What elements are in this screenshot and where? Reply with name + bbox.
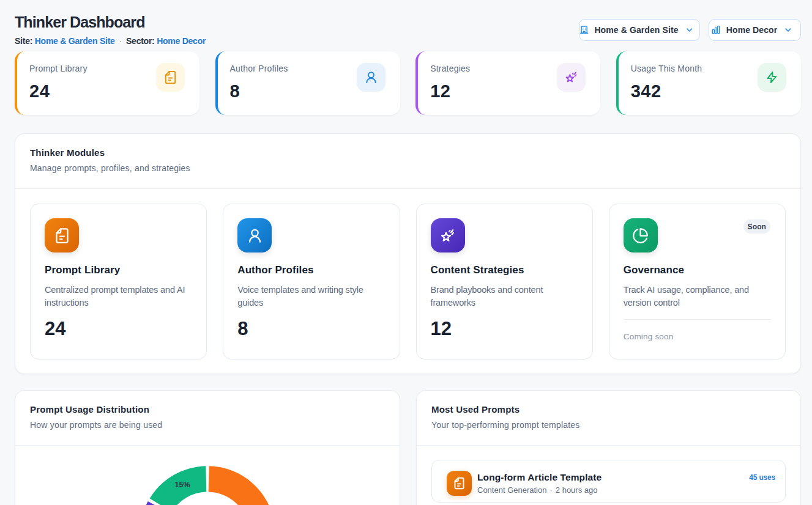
svg-text:15%: 15% [174,481,190,489]
